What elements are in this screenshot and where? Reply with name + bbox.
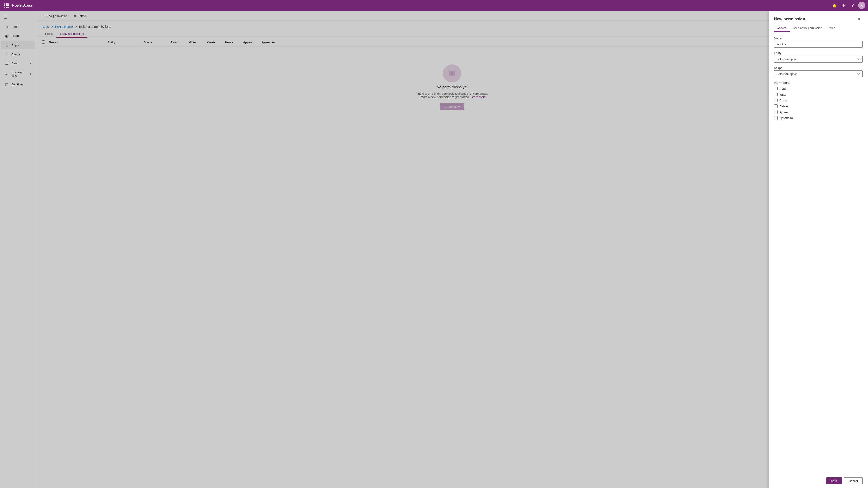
topbar-actions: 🔔 ⚙ ? K: [831, 2, 865, 9]
permission-delete-label: Delete: [779, 105, 788, 108]
permission-append-checkbox[interactable]: [774, 110, 778, 114]
permission-appendto-label: Append to: [779, 116, 793, 120]
entity-select[interactable]: Select an option: [774, 56, 863, 63]
panel-body: Name Entity Select an option Scope Selec…: [769, 32, 868, 474]
permission-create-item: Create: [774, 98, 863, 102]
permission-appendto-checkbox[interactable]: [774, 116, 778, 120]
permissions-section: Permissions Read Write Create Delete App…: [774, 81, 863, 120]
permission-append-label: Append: [779, 110, 789, 114]
cancel-button[interactable]: Cancel: [844, 477, 863, 484]
name-field-group: Name: [774, 36, 863, 48]
permission-write-checkbox[interactable]: [774, 93, 778, 96]
permission-delete-checkbox[interactable]: [774, 104, 778, 108]
permission-read-item: Read: [774, 87, 863, 90]
app-title: PowerApps: [12, 3, 829, 7]
scope-label: Scope: [774, 66, 863, 70]
permission-write-label: Write: [779, 93, 786, 96]
permission-read-label: Read: [779, 87, 786, 90]
settings-icon[interactable]: ⚙: [840, 2, 847, 9]
permission-write-item: Write: [774, 93, 863, 96]
permission-delete-item: Delete: [774, 104, 863, 108]
panel-tab-general[interactable]: General: [774, 24, 790, 32]
help-icon[interactable]: ?: [849, 2, 856, 9]
notification-icon[interactable]: 🔔: [831, 2, 838, 9]
panel-tab-bar: General Child entity permission Roles: [769, 23, 868, 32]
permission-create-checkbox[interactable]: [774, 98, 778, 102]
panel-tab-roles[interactable]: Roles: [825, 24, 838, 32]
panel-overlay[interactable]: [0, 11, 868, 488]
entity-field-group: Entity Select an option: [774, 51, 863, 63]
panel-close-button[interactable]: ✕: [855, 15, 863, 23]
topbar: PowerApps 🔔 ⚙ ? K: [0, 0, 868, 11]
panel-tab-child-entity[interactable]: Child entity permission: [790, 24, 825, 32]
avatar[interactable]: K: [858, 2, 865, 9]
save-button[interactable]: Save: [827, 477, 842, 484]
waffle-icon[interactable]: [3, 2, 10, 9]
name-label: Name: [774, 36, 863, 40]
scope-field-group: Scope Select an option: [774, 66, 863, 77]
side-panel: New permission ✕ General Child entity pe…: [769, 11, 868, 488]
permissions-label: Permissions: [774, 81, 863, 85]
panel-header: New permission ✕: [769, 11, 868, 23]
panel-footer: Save Cancel: [769, 474, 868, 488]
permission-create-label: Create: [779, 99, 788, 102]
scope-select[interactable]: Select an option: [774, 70, 863, 77]
entity-label: Entity: [774, 51, 863, 55]
panel-title: New permission: [774, 17, 855, 22]
permission-appendto-item: Append to: [774, 116, 863, 120]
permission-read-checkbox[interactable]: [774, 87, 778, 90]
name-input[interactable]: [774, 41, 863, 48]
permission-append-item: Append: [774, 110, 863, 114]
